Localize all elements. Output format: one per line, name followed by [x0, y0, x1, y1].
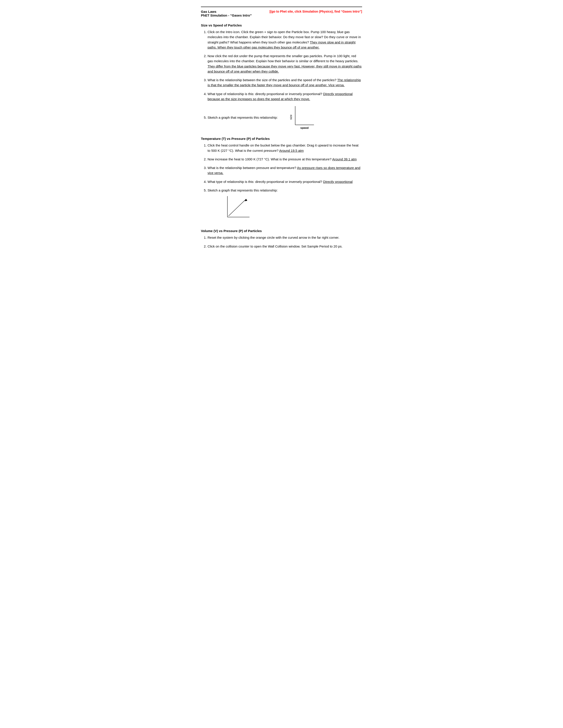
item4-plain: What type of relationship is this: direc… — [207, 92, 323, 96]
simulation-label: PhET Simulation - “Gases Intro” — [201, 13, 252, 17]
section3-title: Volume (V) vs Pressure (P) of Particles — [201, 229, 362, 233]
tp-graph-svg — [221, 195, 252, 221]
s2-item1-underlined: Around 19.5 atm — [279, 149, 304, 152]
item2-underlined: They differ from the blue particles beca… — [207, 64, 362, 73]
item2-plain: Now click the red dot under the pump tha… — [207, 54, 358, 63]
svg-text:speed: speed — [300, 126, 309, 129]
list-item: What type of relationship is this: direc… — [207, 91, 362, 102]
item5-plain: Sketch a graph that represents this rela… — [207, 116, 278, 119]
header-row: Gas Laws PhET Simulation - “Gases Intro”… — [201, 10, 362, 17]
list-item: Now click the red dot under the pump tha… — [207, 53, 362, 74]
list-item: Sketch a graph that represents this rela… — [207, 105, 362, 131]
section1-list: Click on the Intro icon. Click the green… — [205, 29, 362, 131]
list-item: What is the relationship between the siz… — [207, 77, 362, 88]
gas-laws-label: Gas Laws — [201, 10, 252, 13]
section2-title: Temperature (T) vs Pressure (P) of Parti… — [201, 137, 362, 141]
section3-list: Reset the system by clicking the orange … — [205, 235, 362, 249]
list-item: Reset the system by clicking the orange … — [207, 235, 362, 240]
temp-pressure-graph — [221, 195, 362, 223]
s2-item2-underlined: Around 39.1 atm — [332, 157, 357, 161]
phet-instruction: [(go to Phet site, click Simulation (Phy… — [269, 10, 362, 13]
size-speed-graph: size speed — [288, 105, 316, 131]
graph-svg: size speed — [288, 105, 316, 129]
s2-item3-plain: What is the relationship between pressur… — [207, 166, 297, 170]
header-left: Gas Laws PhET Simulation - “Gases Intro” — [201, 10, 252, 17]
list-item: What type of relationship is this: direc… — [207, 179, 362, 184]
s3-item2-plain: Click on the collision counter to open t… — [207, 244, 343, 248]
list-item: Sketch a graph that represents this rela… — [207, 188, 362, 223]
section2-list: Click the heat control handle on the buc… — [205, 143, 362, 223]
list-item: Click on the collision counter to open t… — [207, 244, 362, 249]
top-border — [201, 7, 362, 7]
s3-item1-plain: Reset the system by clicking the orange … — [207, 236, 339, 239]
section1-title: Size vs Speed of Particles — [201, 23, 362, 27]
list-item: What is the relationship between pressur… — [207, 165, 362, 176]
list-item: Click the heat control handle on the buc… — [207, 143, 362, 153]
s2-item4-plain: What type of relationship is this: direc… — [207, 180, 323, 184]
svg-text:size: size — [289, 114, 293, 120]
s2-item4-underlined: Directly proportional — [323, 180, 353, 184]
svg-line-6 — [228, 199, 246, 216]
list-item: Click on the Intro icon. Click the green… — [207, 29, 362, 50]
item3-plain: What is the relationship between the siz… — [207, 78, 337, 82]
list-item: Now increase the heat to 1000 K (727 °C)… — [207, 157, 362, 162]
s2-item5-plain: Sketch a graph that represents this rela… — [207, 188, 278, 192]
s2-item2-plain: Now increase the heat to 1000 K (727 °C)… — [207, 157, 332, 161]
